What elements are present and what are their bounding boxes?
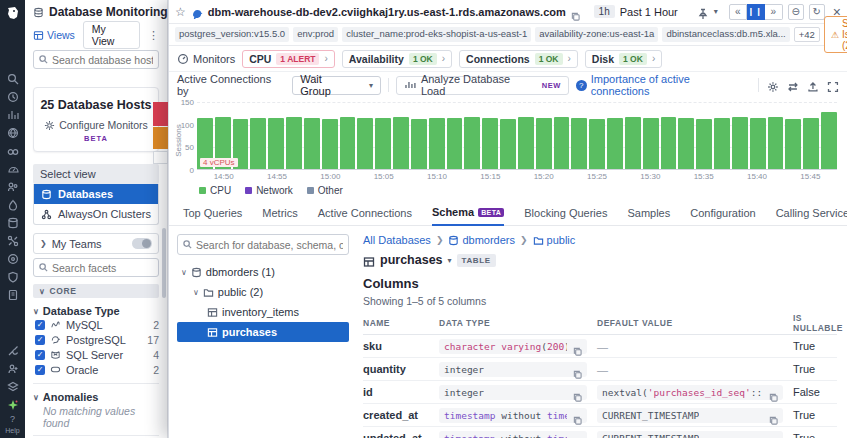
copy-icon[interactable] bbox=[573, 342, 582, 351]
zoom-out-button[interactable]: ⊖ bbox=[788, 4, 804, 20]
legend-item-other[interactable]: Other bbox=[307, 185, 343, 196]
breadcrumb-all-databases[interactable]: All Databases bbox=[363, 234, 431, 246]
search-facets-field[interactable] bbox=[52, 262, 153, 274]
chevron-down-icon[interactable]: ▾ bbox=[714, 7, 718, 16]
pin-icon[interactable] bbox=[697, 6, 709, 18]
pause-button[interactable]: ❙❙ bbox=[747, 4, 765, 20]
gear-icon[interactable] bbox=[767, 79, 779, 91]
breadcrumb-database[interactable]: dbmorders bbox=[448, 234, 515, 246]
search-database-hosts-input[interactable] bbox=[33, 50, 159, 69]
my-teams-filter[interactable]: ❯ My Teams bbox=[33, 233, 159, 254]
configure-monitors-button[interactable]: Configure Monitors bbox=[38, 119, 154, 131]
time-back-button[interactable]: « bbox=[729, 4, 747, 20]
copy-icon[interactable] bbox=[571, 7, 580, 16]
tree-search-field[interactable] bbox=[196, 239, 343, 251]
tab-samples[interactable]: Samples bbox=[627, 206, 670, 225]
search-database-hosts-field[interactable] bbox=[52, 54, 153, 66]
tab-active-connections[interactable]: Active Connections bbox=[318, 206, 412, 225]
host-tag[interactable]: cluster_name:prod-eks-shopist-a-us-east-… bbox=[342, 27, 531, 42]
tab-blocking-queries[interactable]: Blocking Queries bbox=[524, 206, 607, 225]
facet-oracle[interactable]: ✓Oracle2 bbox=[25, 362, 167, 377]
refresh-button[interactable]: ↻ bbox=[809, 4, 825, 20]
dashboards-icon[interactable] bbox=[7, 107, 19, 119]
checkbox-checked[interactable]: ✓ bbox=[35, 320, 45, 330]
apm-icon[interactable] bbox=[7, 197, 19, 209]
bits-ai-icon[interactable] bbox=[7, 397, 19, 409]
host-tag[interactable]: env:prod bbox=[293, 27, 338, 42]
monitor-pill-cpu[interactable]: CPU1 ALERT› bbox=[242, 50, 335, 68]
view-option-alwayson-clusters[interactable]: AlwaysOn Clusters bbox=[34, 204, 158, 224]
chevron-down-icon[interactable]: ▾ bbox=[448, 256, 452, 265]
favorite-star-icon[interactable]: ☆ bbox=[175, 5, 186, 19]
breadcrumb-schema[interactable]: public bbox=[533, 234, 576, 246]
monitors-icon[interactable] bbox=[7, 161, 19, 173]
wait-group-select[interactable]: Wait Group ▾ bbox=[292, 76, 381, 95]
history-icon[interactable] bbox=[7, 89, 19, 101]
monitor-pill-availability[interactable]: Availability1 OK› bbox=[342, 50, 452, 68]
tree-node-purchases[interactable]: purchases bbox=[177, 322, 349, 342]
split-graph-icon[interactable] bbox=[787, 79, 799, 91]
synthetics-icon[interactable] bbox=[7, 251, 19, 263]
time-forward-button[interactable]: » bbox=[765, 4, 783, 20]
datadog-logo[interactable] bbox=[5, 5, 21, 21]
host-tag[interactable]: availability-zone:us-east-1a bbox=[535, 27, 658, 42]
host-tag[interactable]: dbinstanceclass:db.m5.xla... bbox=[662, 27, 789, 42]
database-icon bbox=[191, 267, 202, 278]
facet-group-anomalies[interactable]: ∨ Anomalies bbox=[33, 391, 159, 403]
tab-schema[interactable]: SchemaBETA bbox=[432, 206, 504, 226]
copy-icon[interactable] bbox=[573, 388, 582, 397]
monitor-pill-disk[interactable]: Disk1 OK› bbox=[585, 50, 662, 68]
organization-icon[interactable] bbox=[7, 379, 19, 391]
tree-node-dbmorders[interactable]: ∨ dbmorders (1) bbox=[177, 262, 349, 282]
copy-icon[interactable] bbox=[573, 434, 582, 438]
host-tag[interactable]: postgres_version:v15.5.0 bbox=[175, 27, 289, 42]
infrastructure-icon[interactable] bbox=[7, 125, 19, 137]
copy-icon[interactable] bbox=[573, 411, 582, 420]
checkbox-checked[interactable]: ✓ bbox=[35, 335, 45, 345]
facet-sql-server[interactable]: ✓SQL Server4 bbox=[25, 347, 167, 362]
monitor-pill-connections[interactable]: Connections1 OK› bbox=[459, 50, 578, 68]
copy-icon[interactable] bbox=[573, 365, 582, 374]
facet-group-database-type[interactable]: ∨ Database Type bbox=[33, 305, 159, 317]
copy-icon[interactable] bbox=[769, 388, 778, 397]
fullscreen-icon[interactable] bbox=[827, 79, 839, 91]
tab-calling-services[interactable]: Calling Services bbox=[776, 206, 847, 225]
view-option-databases[interactable]: Databases bbox=[34, 184, 158, 204]
tab-configuration[interactable]: Configuration bbox=[690, 206, 755, 225]
search-icon[interactable] bbox=[7, 71, 19, 83]
settings-wrench-icon[interactable] bbox=[7, 343, 19, 355]
dbm-icon[interactable] bbox=[7, 215, 19, 227]
my-teams-toggle[interactable] bbox=[132, 238, 152, 249]
tab-my-view[interactable]: My View bbox=[83, 21, 140, 49]
export-icon[interactable] bbox=[807, 79, 819, 91]
sidebar-scrollbar[interactable] bbox=[162, 228, 166, 298]
tab-top-queries[interactable]: Top Queries bbox=[183, 206, 242, 225]
views-button[interactable]: Views bbox=[33, 29, 75, 41]
importance-link[interactable]: ? Importance of active connections bbox=[576, 73, 751, 97]
teams-icon[interactable] bbox=[7, 179, 19, 191]
watchdog-icon[interactable] bbox=[7, 143, 19, 155]
search-facets-input[interactable] bbox=[33, 258, 159, 277]
help-link[interactable]: ?Help bbox=[5, 414, 19, 435]
invite-user-icon[interactable] bbox=[7, 361, 19, 373]
legend-item-cpu[interactable]: CPU bbox=[199, 185, 231, 196]
tree-node-inventory-items[interactable]: inventory_items bbox=[177, 302, 349, 322]
copy-icon[interactable] bbox=[769, 434, 778, 438]
facet-postgresql[interactable]: ✓PostgreSQL17 bbox=[25, 332, 167, 347]
checkbox-checked[interactable]: ✓ bbox=[35, 365, 45, 375]
tab-metrics[interactable]: Metrics bbox=[262, 206, 297, 225]
tree-search-input[interactable] bbox=[177, 234, 349, 255]
view-options-menu[interactable]: ⋮ bbox=[148, 29, 159, 42]
facet-mysql[interactable]: ✓MySQL2 bbox=[25, 317, 167, 332]
legend-item-network[interactable]: Network bbox=[245, 185, 293, 196]
notebooks-icon[interactable] bbox=[7, 287, 19, 299]
security-icon[interactable] bbox=[7, 269, 19, 281]
analyze-database-load-button[interactable]: Analyze Database Load NEW bbox=[396, 76, 569, 95]
core-section-header[interactable]: ∨ CORE bbox=[33, 284, 159, 298]
checkbox-checked[interactable]: ✓ bbox=[35, 350, 45, 360]
time-range-label[interactable]: Past 1 Hour bbox=[620, 6, 678, 18]
host-tag[interactable]: +42 bbox=[794, 27, 820, 42]
integrations-icon[interactable] bbox=[7, 233, 19, 245]
tree-node-public[interactable]: ∨ public (2) bbox=[177, 282, 349, 302]
copy-icon[interactable] bbox=[769, 411, 778, 420]
